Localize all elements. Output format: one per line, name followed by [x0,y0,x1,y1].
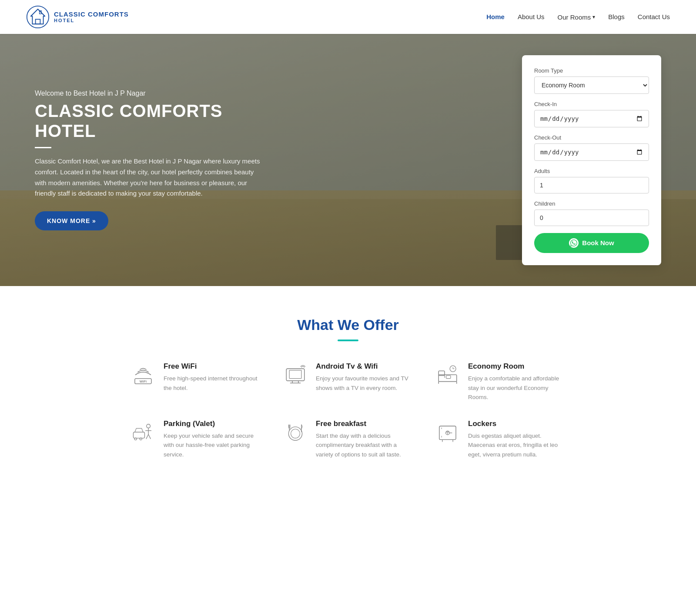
wifi-icon: WiFi [130,362,156,387]
book-now-label: Book Now [582,239,614,246]
svg-marker-1 [31,9,45,24]
offers-title: What We Offer [26,316,670,333]
room-type-label: Room Type [534,67,649,74]
offer-breakfast-name: Free breakfast [316,420,413,428]
adults-group: Adults [534,168,649,193]
hero-divider [35,147,51,148]
svg-point-29 [291,429,300,438]
hero-content: Welcome to Best Hotel in J P Nagar CLASS… [0,34,696,286]
svg-rect-2 [36,19,40,24]
offer-room-text: Economy Room Enjoy a comfortable and aff… [468,362,566,402]
svg-line-24 [148,434,151,439]
nav-contact[interactable]: Contact Us [638,13,670,20]
offer-room: Economy Room Enjoy a comfortable and aff… [435,362,566,402]
offer-tv-text: Android Tv & Wifi Enjoy your favourite m… [316,362,413,393]
svg-line-23 [146,434,148,439]
offer-breakfast: Free breakfast Start the day with a deli… [283,420,413,460]
book-now-button[interactable]: Book Now [534,233,649,253]
checkin-input[interactable] [534,110,649,127]
nav-about[interactable]: About Us [518,13,545,20]
offer-wifi-name: Free WiFi [164,362,261,371]
nav-home[interactable]: Home [486,13,505,20]
tv-icon [283,362,308,387]
nav-blogs[interactable]: Blogs [608,13,625,20]
whatsapp-svg [570,240,577,246]
checkout-input[interactable] [534,143,649,161]
lockers-icon [435,420,460,445]
svg-rect-7 [289,370,301,379]
offer-wifi: WiFi Free WiFi Free high-speed internet … [130,362,261,402]
logo[interactable]: CLASSIC COMFORTS HOTEL [26,5,129,29]
checkout-label: Check-Out [534,134,649,141]
hero-title: CLASSIC COMFORTS HOTEL [35,101,261,141]
children-input[interactable] [534,210,649,226]
offer-room-desc: Enjoy a comfortable and affordable stay … [468,374,566,402]
offer-parking: Parking (Valet) Keep your vehicle safe a… [130,420,261,460]
svg-point-37 [447,431,448,433]
hero-text: Welcome to Best Hotel in J P Nagar CLASS… [35,90,261,230]
offers-grid: WiFi Free WiFi Free high-speed internet … [130,362,566,460]
offer-lockers: Lockers Duis egestas aliquet aliquet. Ma… [435,420,566,460]
logo-icon [26,5,50,29]
svg-point-20 [147,424,151,428]
brand-sub: HOTEL [54,18,129,23]
hero-welcome: Welcome to Best Hotel in J P Nagar [35,90,261,97]
offer-breakfast-desc: Start the day with a delicious complimen… [316,431,413,460]
checkout-group: Check-Out [534,134,649,161]
offer-tv: Android Tv & Wifi Enjoy your favourite m… [283,362,413,402]
parking-icon [130,420,156,445]
children-label: Children [534,200,649,207]
brand-name: CLASSIC COMFORTS [54,11,129,18]
offer-parking-text: Parking (Valet) Keep your vehicle safe a… [164,420,261,460]
svg-rect-25 [133,432,144,438]
offer-lockers-text: Lockers Duis egestas aliquet aliquet. Ma… [468,420,566,460]
offer-wifi-desc: Free high-speed internet throughout the … [164,374,261,393]
room-type-group: Room Type Economy RoomDeluxe RoomSuite [534,67,649,94]
offer-room-name: Economy Room [468,362,566,371]
svg-text:WiFi: WiFi [140,380,147,383]
adults-label: Adults [534,168,649,174]
offer-tv-desc: Enjoy your favourite movies and TV shows… [316,374,413,393]
whatsapp-icon [569,238,579,248]
offer-parking-desc: Keep your vehicle safe and secure with o… [164,431,261,460]
room-icon [435,362,460,387]
offer-breakfast-text: Free breakfast Start the day with a deli… [316,420,413,460]
offer-lockers-name: Lockers [468,420,566,428]
offer-lockers-desc: Duis egestas aliquet aliquet. Maecenas e… [468,431,566,460]
offer-tv-name: Android Tv & Wifi [316,362,413,371]
know-more-button[interactable]: KNOW MORE » [35,211,108,230]
breakfast-icon [283,420,308,445]
adults-input[interactable] [534,177,649,193]
svg-rect-16 [446,376,451,379]
nav-links: Home About Us Our Rooms Blogs Contact Us [486,13,670,21]
room-type-select[interactable]: Economy RoomDeluxe RoomSuite [534,77,649,94]
children-group: Children [534,200,649,226]
hero-description: Classic Comfort Hotel, we are the Best H… [35,156,261,199]
hero-section: Welcome to Best Hotel in J P Nagar CLASS… [0,34,696,286]
offers-underline [338,340,358,341]
offers-section: What We Offer WiFi Free WiFi Free high-s… [0,286,696,486]
offer-wifi-text: Free WiFi Free high-speed internet throu… [164,362,261,393]
svg-rect-6 [286,369,304,381]
nav-rooms[interactable]: Our Rooms [558,13,596,21]
checkin-label: Check-In [534,101,649,107]
offer-parking-name: Parking (Valet) [164,420,261,428]
booking-form: Room Type Economy RoomDeluxe RoomSuite C… [522,55,661,265]
checkin-group: Check-In [534,101,649,127]
navbar: CLASSIC COMFORTS HOTEL Home About Us Our… [0,0,696,34]
